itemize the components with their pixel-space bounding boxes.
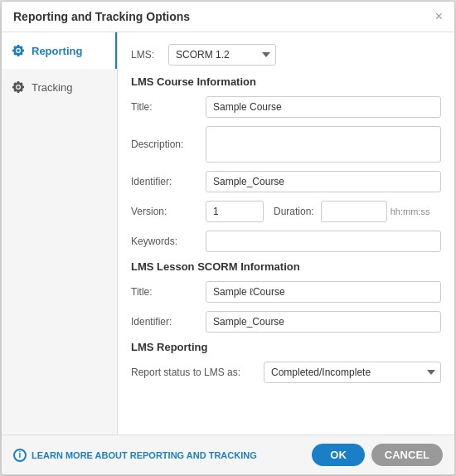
sidebar-item-reporting[interactable]: Reporting — [2, 32, 117, 69]
report-status-select[interactable]: Completed/Incomplete Passed/Failed Compl… — [264, 362, 441, 383]
lesson-title-input[interactable] — [206, 281, 441, 303]
dialog-footer: i LEARN MORE ABOUT REPORTING AND TRACKIN… — [2, 435, 454, 474]
cancel-button[interactable]: CANCEL — [371, 444, 443, 466]
footer-info-link[interactable]: i LEARN MORE ABOUT REPORTING AND TRACKIN… — [13, 449, 257, 462]
gear-icon-reporting — [12, 44, 25, 57]
course-title-label: Title: — [131, 101, 206, 113]
duration-label: Duration: — [274, 206, 314, 217]
sidebar-item-tracking-label: Tracking — [32, 81, 72, 94]
lesson-info-title: LMS Lesson SCORM Information — [131, 260, 441, 273]
lms-label: LMS: — [131, 49, 168, 61]
ok-button[interactable]: OK — [312, 444, 365, 466]
title-bar: Reporting and Tracking Options × — [2, 2, 454, 32]
identifier-input[interactable] — [206, 171, 441, 192]
lesson-identifier-input[interactable] — [206, 311, 441, 333]
duration-unit: hh:mm:ss — [391, 206, 430, 216]
lesson-identifier-row: Identifier: — [131, 311, 441, 333]
footer-buttons: OK CANCEL — [312, 444, 443, 466]
close-icon[interactable]: × — [435, 10, 443, 23]
description-row: Description: — [131, 126, 441, 163]
lesson-identifier-label: Identifier: — [131, 316, 206, 328]
report-status-row: Report status to LMS as: Completed/Incom… — [131, 362, 441, 383]
footer-info-text: LEARN MORE ABOUT REPORTING AND TRACKING — [32, 450, 257, 460]
lms-reporting-title: LMS Reporting — [131, 341, 441, 353]
content-panel: LMS: SCORM 1.2 SCORM 2004 AICC xAPI LMS … — [118, 32, 454, 435]
identifier-label: Identifier: — [131, 176, 206, 187]
course-info-title: LMS Course Information — [131, 75, 441, 88]
sidebar: Reporting Tracking — [2, 32, 118, 435]
keywords-label: Keywords: — [131, 236, 206, 247]
sidebar-item-tracking[interactable]: Tracking — [2, 69, 117, 105]
keywords-input[interactable] — [206, 231, 441, 252]
version-label: Version: — [131, 206, 206, 217]
lms-select[interactable]: SCORM 1.2 SCORM 2004 AICC xAPI — [168, 44, 276, 66]
gear-icon-tracking — [12, 80, 25, 94]
version-input[interactable] — [206, 201, 264, 222]
lesson-title-row: Title: — [131, 281, 441, 303]
lesson-title-label: Title: — [131, 286, 206, 298]
dialog-body: Reporting Tracking LMS: SCORM 1.2 SCORM … — [2, 32, 454, 435]
version-duration-row: Version: Duration: hh:mm:ss — [131, 201, 441, 222]
keywords-row: Keywords: — [131, 231, 441, 252]
course-title-row: Title: — [131, 96, 441, 118]
dialog: Reporting and Tracking Options × Reporti… — [1, 1, 455, 475]
course-title-input[interactable] — [206, 96, 441, 118]
identifier-row: Identifier: — [131, 171, 441, 192]
sidebar-item-reporting-label: Reporting — [32, 45, 82, 57]
info-icon: i — [13, 449, 27, 462]
duration-input[interactable] — [321, 201, 387, 222]
description-input[interactable] — [206, 126, 441, 163]
description-label: Description: — [131, 138, 206, 150]
report-status-label: Report status to LMS as: — [131, 367, 264, 378]
dialog-title: Reporting and Tracking Options — [13, 10, 190, 23]
lms-row: LMS: SCORM 1.2 SCORM 2004 AICC xAPI — [131, 44, 441, 66]
